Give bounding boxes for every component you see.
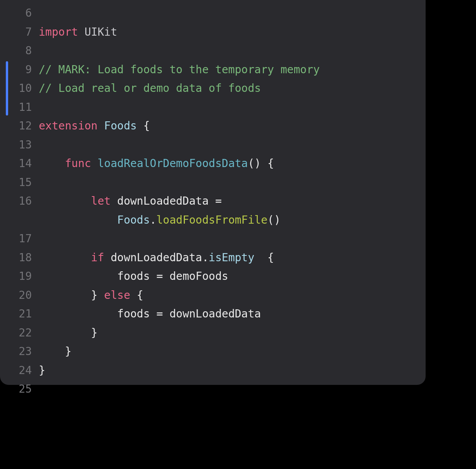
token-punct: = [209,195,222,207]
code-line[interactable]: 18 if downLoadedData.isEmpty { [0,248,426,267]
line-number: 12 [0,117,39,136]
token-punct [39,195,91,207]
token-punct [91,157,98,170]
line-number: 19 [0,267,39,286]
code-line[interactable]: 22 } [0,324,426,343]
line-number: 7 [0,23,39,42]
code-line[interactable]: 6 [0,4,426,23]
token-ident: foods [117,307,150,320]
token-kw-else: else [104,289,130,302]
code-line[interactable]: 9// MARK: Load foods to the temporary me… [0,60,426,79]
token-punct [104,251,111,264]
line-number: 20 [0,286,39,305]
token-punct: { [137,119,150,132]
code-line[interactable]: 10// Load real or demo data of foods [0,79,426,98]
code-line[interactable]: 17 [0,229,426,248]
token-kw-if: if [91,251,104,264]
code-line[interactable]: 16 let downLoadedData = [0,192,426,211]
token-punct: { [130,289,143,302]
code-content[interactable]: } else { [39,286,426,305]
code-content[interactable]: let downLoadedData = [39,192,426,211]
token-kw-ext: extension [39,119,98,132]
code-line[interactable]: 24} [0,361,426,380]
token-punct: . [150,214,157,226]
token-ident: foods [117,270,150,283]
line-number: 22 [0,324,39,343]
token-punct: } [39,289,104,302]
line-number: 14 [0,154,39,173]
token-punct: () [267,214,281,226]
token-punct [98,119,104,132]
code-content[interactable]: Foods.loadFoodsFromFile() [39,211,426,230]
token-punct: = [150,270,170,283]
code-line[interactable]: 7import UIKit [0,23,426,42]
code-lines: 67import UIKit89// MARK: Load foods to t… [0,4,426,399]
line-number: 9 [0,60,39,79]
code-line[interactable]: 21 foods = downLoadedData [0,305,426,324]
token-ident: downLoadedData [169,307,261,320]
code-content[interactable]: foods = demoFoods [39,267,426,286]
code-content[interactable]: extension Foods { [39,117,426,136]
token-punct [39,157,65,170]
code-content[interactable]: foods = downLoadedData [39,305,426,324]
line-number: 16 [0,192,39,211]
code-content[interactable]: } [39,324,426,343]
token-type: Foods [104,119,137,132]
token-punct: . [202,251,209,264]
code-line[interactable]: 14 func loadRealOrDemoFoodsData() { [0,154,426,173]
code-line[interactable]: 25 [0,380,426,399]
code-line[interactable]: 8 [0,41,426,60]
token-punct: = [150,307,170,320]
token-kw-func: func [65,157,91,170]
line-number: 8 [0,41,39,60]
token-ident: demoFoods [169,270,228,283]
code-editor[interactable]: 67import UIKit89// MARK: Load foods to t… [0,0,426,385]
line-number: 21 [0,305,39,324]
code-line[interactable]: 13 [0,136,426,155]
code-line[interactable]: 23 } [0,342,426,361]
code-content[interactable]: // Load real or demo data of foods [39,79,426,98]
code-content[interactable]: func loadRealOrDemoFoodsData() { [39,154,426,173]
line-number: 6 [0,4,39,23]
token-kw-let: let [91,195,111,207]
line-number: 18 [0,248,39,267]
token-prop: isEmpty [209,251,254,264]
token-type: Foods [117,214,150,226]
line-number: 17 [0,229,39,248]
token-punct [39,307,117,320]
line-number: 25 [0,380,39,399]
code-line[interactable]: 20 } else { [0,286,426,305]
token-ident: downLoadedData [117,195,209,207]
token-punct [39,214,117,226]
token-punct [78,26,85,38]
token-comment: // MARK: Load foods to the temporary mem… [39,63,320,76]
code-line[interactable]: 19 foods = demoFoods [0,267,426,286]
code-line[interactable]: 12extension Foods { [0,117,426,136]
code-line[interactable]: 11 [0,98,426,117]
line-number: 13 [0,136,39,155]
token-punct: { [254,251,274,264]
code-content[interactable]: import UIKit [39,23,426,42]
code-content[interactable]: } [39,361,426,380]
line-number: 23 [0,342,39,361]
token-punct [39,251,91,264]
line-number: 24 [0,361,39,380]
code-content[interactable]: } [39,342,426,361]
line-number: 10 [0,79,39,98]
token-comment: // Load real or demo data of foods [39,82,261,95]
token-punct: } [39,364,45,377]
token-funcname: loadRealOrDemoFoodsData [98,157,248,170]
code-content[interactable]: // MARK: Load foods to the temporary mem… [39,60,426,79]
line-number: 11 [0,98,39,117]
code-line[interactable]: 15 [0,173,426,192]
token-module: UIKit [85,26,117,38]
token-ident: downLoadedData [110,251,202,264]
code-content[interactable]: if downLoadedData.isEmpty { [39,248,426,267]
token-punct: } [39,326,98,339]
token-punct [110,195,117,207]
token-method: loadFoodsFromFile [156,214,267,226]
token-punct [39,270,117,283]
code-line[interactable]: Foods.loadFoodsFromFile() [0,211,426,230]
token-kw-import: import [39,26,78,38]
token-punct: } [39,345,71,358]
